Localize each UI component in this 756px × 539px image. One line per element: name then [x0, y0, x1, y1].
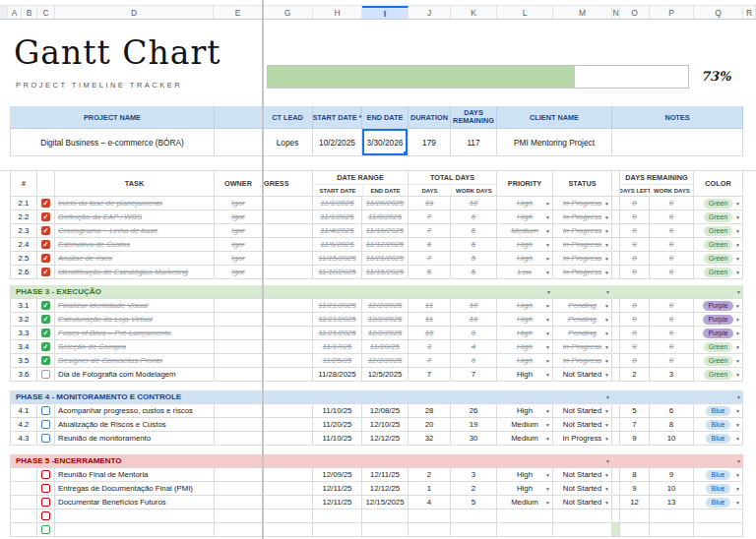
header-project-lead[interactable]: CT LEAD [263, 106, 313, 129]
cell-owner[interactable] [215, 468, 263, 482]
cell-narrow[interactable] [612, 197, 620, 210]
cell-task-name[interactable]: Cronograma + Linha de base [55, 224, 215, 238]
task-checkbox[interactable]: ✓ [41, 240, 50, 249]
cell-color[interactable]: Blue▼ [694, 468, 743, 482]
cell-work-days-left[interactable] [650, 509, 694, 523]
cell-days-left[interactable]: 2 [620, 368, 650, 382]
project-progress-bar[interactable] [267, 65, 689, 89]
cell-start-date[interactable]: 11/6/2025 [313, 238, 362, 252]
cell-priority[interactable]: High▼ [497, 468, 553, 482]
dropdown-caret-icon[interactable]: ▼ [545, 317, 550, 322]
cell-days[interactable]: 19 [409, 197, 451, 210]
cell-status[interactable]: Pending▼ [553, 313, 612, 327]
task-checkbox[interactable]: ✓ [41, 226, 50, 235]
cell-days[interactable]: 32 [409, 432, 451, 446]
task-checkbox[interactable] [41, 420, 50, 429]
cell-narrow[interactable] [612, 418, 620, 432]
cell-task-number[interactable]: 4.3 [10, 432, 37, 446]
dropdown-caret-icon[interactable]: ▼ [604, 270, 609, 274]
cell-owner[interactable]: Igor [215, 238, 263, 252]
cell-priority[interactable]: High▼ [497, 340, 553, 354]
cell-color[interactable]: Green▼ [694, 266, 743, 279]
cell-end-date[interactable]: 12/08/25 [362, 404, 409, 418]
cell-narrow[interactable] [612, 523, 620, 537]
dropdown-caret-icon[interactable]: ▼ [545, 486, 550, 491]
column-header-B[interactable]: B [22, 6, 37, 19]
color-chip[interactable]: Blue [706, 498, 729, 508]
cell-work-days[interactable] [451, 523, 497, 537]
cell-days[interactable]: 10 [409, 327, 451, 340]
phase-cell[interactable] [620, 285, 650, 299]
phase-cell-color[interactable]: ▼ [694, 390, 743, 404]
cell-priority[interactable]: High▼ [497, 252, 553, 266]
cell-color[interactable]: Blue▼ [694, 432, 743, 446]
column-header-D[interactable]: D [55, 6, 214, 19]
cell-task-number[interactable]: 2.3 [10, 224, 37, 238]
cell-task-name[interactable]: Designer de Camisetas Pronto [55, 354, 215, 368]
cell-task-number[interactable]: 3.5 [10, 354, 37, 368]
cell-start-date[interactable]: 12/09/25 [313, 468, 362, 482]
task-checkbox[interactable]: ✓ [41, 315, 50, 324]
cell-checkbox[interactable] [37, 432, 55, 446]
cell-project-lead[interactable]: Lopes [263, 129, 313, 156]
dropdown-caret-icon[interactable]: ▼ [736, 458, 741, 463]
cell-task-name[interactable]: Início da fase de planejamento [55, 197, 215, 210]
cell-status[interactable]: Pending▼ [553, 299, 612, 313]
dropdown-caret-icon[interactable]: ▼ [735, 372, 740, 377]
cell-owner[interactable] [215, 404, 263, 418]
dropdown-caret-icon[interactable]: ▼ [735, 408, 740, 413]
color-chip[interactable]: Green [704, 212, 732, 222]
cell-work-days[interactable]: 30 [451, 432, 497, 446]
cell-color[interactable]: Blue▼ [694, 482, 743, 496]
dropdown-caret-icon[interactable]: ▼ [604, 303, 609, 308]
column-header-L[interactable]: L [497, 6, 553, 19]
cell-owner[interactable] [215, 523, 263, 537]
cell-task-name[interactable]: Atualização de Riscos e Custos [55, 418, 215, 432]
cell-work-days-left[interactable]: 10 [650, 482, 694, 496]
dropdown-caret-icon[interactable]: ▼ [545, 358, 550, 363]
dropdown-caret-icon[interactable]: ▼ [735, 303, 740, 308]
cell-work-days-left[interactable]: 0 [650, 252, 694, 266]
cell-end-date[interactable]: 12/12/25 [362, 432, 409, 446]
header-color[interactable]: COLOR [694, 171, 743, 197]
cell-end-date[interactable] [362, 509, 409, 523]
cell-color[interactable]: Blue▼ [694, 404, 743, 418]
dropdown-caret-icon[interactable]: ▼ [604, 486, 609, 491]
cell-owner[interactable] [215, 299, 263, 313]
cell-end-date[interactable]: 11/20/25 [362, 340, 409, 354]
cell-owner[interactable] [215, 496, 263, 509]
dropdown-caret-icon[interactable]: ▼ [735, 228, 740, 233]
cell-days[interactable]: 1 [409, 482, 451, 496]
task-checkbox[interactable]: ✓ [41, 329, 50, 337]
cell-narrow[interactable] [612, 340, 620, 354]
cell-days[interactable]: 7 [409, 252, 451, 266]
task-checkbox[interactable]: ✓ [41, 268, 50, 276]
dropdown-caret-icon[interactable]: ▼ [545, 372, 550, 377]
dropdown-caret-icon[interactable]: ▼ [546, 289, 551, 294]
cell-work-days[interactable]: 19 [451, 418, 497, 432]
cell-owner[interactable]: Igor [215, 197, 263, 210]
cell-days-left[interactable]: 5 [620, 404, 650, 418]
cell-task-number[interactable]: 2.6 [10, 266, 37, 279]
cell-days-left[interactable]: 7 [620, 418, 650, 432]
cell-work-days-left[interactable]: 0 [650, 327, 694, 340]
dropdown-caret-icon[interactable]: ▼ [604, 358, 609, 363]
cell-owner[interactable]: Igor [215, 252, 263, 266]
phase-cell-priority[interactable] [497, 390, 553, 404]
cell-progress[interactable] [263, 299, 313, 313]
header-task[interactable]: TASK [55, 171, 215, 197]
cell-progress[interactable] [263, 432, 313, 446]
cell-checkbox[interactable]: ✓ [37, 340, 55, 354]
cell-checkbox[interactable]: ✓ [37, 327, 55, 340]
task-checkbox[interactable] [41, 511, 50, 520]
cell-end-date[interactable]: 12/11/25 [362, 468, 409, 482]
dropdown-caret-icon[interactable]: ▼ [545, 256, 550, 261]
cell-checkbox[interactable]: ✓ [37, 266, 55, 279]
column-header-A[interactable]: A [8, 6, 22, 19]
cell-priority[interactable] [497, 523, 553, 537]
dropdown-caret-icon[interactable]: ▼ [604, 372, 609, 377]
cell-work-days-left[interactable]: 10 [650, 432, 694, 446]
cell-priority[interactable]: High▼ [497, 238, 553, 252]
cell-status[interactable]: In Progress▼ [553, 210, 612, 224]
task-checkbox[interactable]: ✓ [41, 199, 50, 208]
